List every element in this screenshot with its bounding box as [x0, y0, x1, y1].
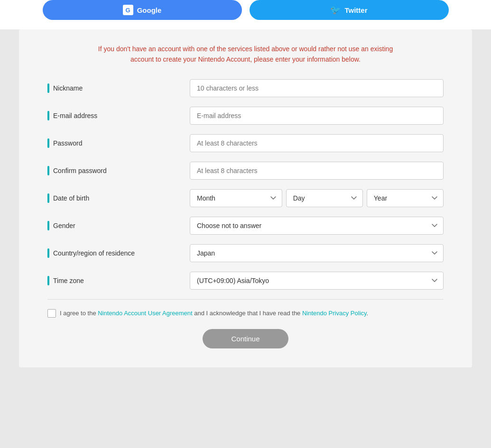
confirm-password-label: Confirm password: [53, 167, 107, 174]
email-row: E-mail address: [47, 107, 444, 125]
email-label: E-mail address: [53, 112, 97, 119]
twitter-button[interactable]: 🐦 Twitter: [250, 0, 449, 20]
country-select-wrapper: Japan United States United Kingdom Austr…: [190, 244, 444, 262]
main-form-container: If you don't have an account with one of…: [19, 29, 472, 367]
timezone-label: Time zone: [53, 277, 84, 284]
form-divider: [47, 299, 444, 300]
country-label-container: Country/region of residence: [47, 248, 190, 258]
timezone-row: Time zone (UTC+09:00) Asia/Tokyo (UTC+00…: [47, 272, 444, 290]
social-buttons-bar: G Google 🐦 Twitter: [0, 0, 491, 29]
timezone-label-container: Time zone: [47, 276, 190, 285]
confirm-password-row: Confirm password: [47, 162, 444, 180]
confirm-password-label-bar: [47, 166, 49, 175]
timezone-select-wrapper: (UTC+09:00) Asia/Tokyo (UTC+00:00) UTC (…: [190, 272, 444, 290]
privacy-link[interactable]: Nintendo Privacy Policy: [302, 310, 367, 317]
country-select[interactable]: Japan United States United Kingdom Austr…: [190, 244, 444, 262]
google-icon: G: [123, 5, 133, 15]
dob-label: Date of birth: [53, 194, 89, 202]
dob-label-container: Date of birth: [47, 193, 190, 203]
password-label: Password: [53, 139, 82, 147]
country-label-bar: [47, 248, 49, 258]
info-line-1: If you don't have an account with one of…: [47, 44, 444, 54]
dob-month-wrapper: Month JanuaryFebruaryMarch AprilMayJune …: [190, 189, 282, 207]
agreement-link[interactable]: Nintendo Account User Agreement: [98, 310, 192, 317]
gender-label-container: Gender: [47, 221, 190, 230]
continue-button[interactable]: Continue: [203, 329, 288, 348]
email-input-wrapper: [190, 107, 444, 125]
dob-selects: Month JanuaryFebruaryMarch AprilMayJune …: [190, 189, 444, 207]
country-row: Country/region of residence Japan United…: [47, 244, 444, 262]
nickname-label-bar: [47, 83, 49, 93]
dob-day-select[interactable]: Day: [286, 189, 363, 207]
confirm-password-input-wrapper: [190, 162, 444, 180]
dob-month-select[interactable]: Month JanuaryFebruaryMarch AprilMayJune …: [190, 189, 282, 207]
password-row: Password: [47, 134, 444, 152]
dob-row: Date of birth Month JanuaryFebruaryMarch…: [47, 189, 444, 207]
email-input[interactable]: [190, 107, 444, 125]
dob-year-wrapper: Year: [367, 189, 444, 207]
password-input-wrapper: [190, 134, 444, 152]
agreement-checkbox[interactable]: [47, 309, 56, 318]
dob-year-select[interactable]: Year: [367, 189, 444, 207]
confirm-password-input[interactable]: [190, 162, 444, 180]
agree-pre-text: I agree to the: [60, 310, 98, 317]
nickname-input[interactable]: [190, 79, 444, 97]
country-label: Country/region of residence: [53, 249, 135, 257]
agree-post-text: .: [367, 310, 369, 317]
gender-select[interactable]: Choose not to answer Male Female Other: [190, 217, 444, 235]
email-label-container: E-mail address: [47, 111, 190, 120]
email-label-bar: [47, 111, 49, 120]
dob-label-bar: [47, 193, 49, 203]
password-label-bar: [47, 138, 49, 148]
nickname-label: Nickname: [53, 84, 83, 92]
password-label-container: Password: [47, 138, 190, 148]
google-button-label: Google: [137, 6, 162, 14]
gender-select-wrapper: Choose not to answer Male Female Other: [190, 217, 444, 235]
nickname-input-wrapper: [190, 79, 444, 97]
nickname-label-container: Nickname: [47, 83, 190, 93]
twitter-icon: 🐦: [330, 5, 341, 15]
nickname-row: Nickname: [47, 79, 444, 97]
info-line-2: account to create your Nintendo Account,…: [47, 54, 444, 64]
gender-label-bar: [47, 221, 49, 230]
info-text-block: If you don't have an account with one of…: [47, 44, 444, 65]
agreement-row: I agree to the Nintendo Account User Agr…: [47, 309, 444, 318]
dob-day-wrapper: Day: [286, 189, 363, 207]
password-input[interactable]: [190, 134, 444, 152]
agree-middle-text: and I acknowledge that I have read the: [193, 310, 302, 317]
gender-label: Gender: [53, 222, 75, 229]
timezone-label-bar: [47, 276, 49, 285]
twitter-button-label: Twitter: [344, 6, 367, 14]
gender-row: Gender Choose not to answer Male Female …: [47, 217, 444, 235]
timezone-select[interactable]: (UTC+09:00) Asia/Tokyo (UTC+00:00) UTC (…: [190, 272, 444, 290]
agreement-text: I agree to the Nintendo Account User Agr…: [60, 310, 368, 317]
confirm-password-label-container: Confirm password: [47, 166, 190, 175]
google-button[interactable]: G Google: [43, 0, 242, 20]
